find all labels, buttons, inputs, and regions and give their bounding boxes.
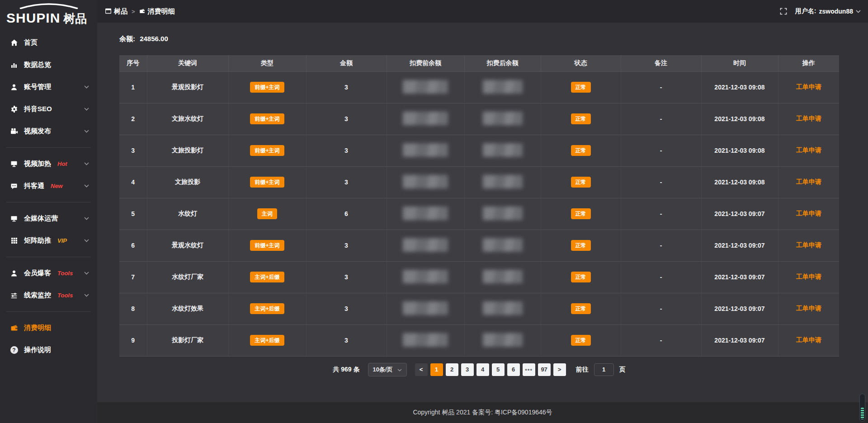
amount-cell: 3 [344,84,348,91]
chevron-down-icon [84,85,89,89]
page-button-2[interactable]: 2 [446,363,458,376]
keyword-cell: 水纹灯 [178,210,197,217]
sidebar-item-video-heating[interactable]: 视频加热 Hot [0,153,97,175]
table-row: 5 水纹灯 主词 6 正常 - 2021-12-03 09:07 工单申请 [119,198,839,230]
work-order-link[interactable]: 工单申请 [796,178,821,185]
page-button-5[interactable]: 5 [492,363,505,376]
sidebar-divider [6,147,91,148]
sliders-icon [10,291,18,300]
work-order-link[interactable]: 工单申请 [796,273,821,280]
balance-after-redacted [483,238,523,252]
sidebar-item-account-management[interactable]: 账号管理 [0,76,97,98]
sidebar-item-video-publish[interactable]: 视频发布 [0,120,97,142]
column-header-balance-after: 扣费后余额 [464,55,541,71]
wallet-icon [139,8,145,15]
sidebar-item-label: 矩阵助推 [24,236,51,245]
sidebar-item-matrix-boost[interactable]: 矩阵助推 VIP [0,230,97,252]
work-order-link[interactable]: 工单申请 [796,115,821,122]
hot-badge: Hot [57,160,67,167]
sidebar-item-label: 线索监控 [24,291,51,300]
breadcrumb-current[interactable]: 消费明细 [139,7,175,16]
balance-label: 余额: [119,35,135,42]
column-header-remark: 备注 [621,55,701,71]
balance-before-redacted [403,175,448,188]
content-area: 余额: 24856.00 序号 关键词 类型 金额 扣费前余额 扣费后余额 状态… [97,23,868,402]
chevron-down-icon [84,162,89,165]
goto-page-input[interactable] [594,363,614,376]
username-label: 用户名: [795,7,816,15]
balance-before-redacted [403,112,448,125]
keyword-cell: 景观投影灯 [172,83,203,90]
sidebar-item-member-baoke[interactable]: 会员爆客 Tools [0,262,97,284]
type-tag: 前缀+主词 [250,240,284,251]
floating-widget[interactable] [859,394,865,422]
type-tag: 前缀+主词 [250,113,284,124]
fullscreen-button[interactable] [780,8,787,15]
work-order-link[interactable]: 工单申请 [796,241,821,249]
work-order-link[interactable]: 工单申请 [796,146,821,154]
time-cell: 2021-12-03 09:07 [714,305,764,312]
total-count: 共 969 条 [333,366,359,374]
type-tag: 前缀+主词 [250,82,284,93]
status-badge: 正常 [571,177,591,188]
type-tag: 主词+后缀 [250,335,284,346]
tools-badge: Tools [57,270,73,277]
balance-value: 24856.00 [140,35,168,42]
page-button-97[interactable]: 97 [538,363,551,376]
sidebar-item-data-overview[interactable]: 数据总览 [0,54,97,76]
sidebar-item-douyin-seo[interactable]: 抖音SEO [0,98,97,120]
pages-ellipsis[interactable]: ••• [523,363,535,376]
sidebar-divider [6,202,91,202]
row-index: 7 [131,273,135,281]
member-icon [10,269,18,277]
sidebar-item-label: 账号管理 [24,83,51,91]
chevron-down-icon [84,184,89,188]
sidebar-item-operation-guide[interactable]: ? 操作说明 [0,339,97,361]
work-order-link[interactable]: 工单申请 [796,83,821,90]
page-size-select[interactable]: 10条/页 [368,363,407,376]
chat-bubble-icon [10,182,18,190]
sidebar-item-home[interactable]: 首页 [0,32,97,54]
column-header-amount: 金额 [306,55,387,71]
footer: Copyright 树品 2021 备案号: 粤ICP备09019646号 [97,402,868,423]
table-row: 1 景观投影灯 前缀+主词 3 正常 - 2021-12-03 09:08 工单… [119,71,839,103]
work-order-link[interactable]: 工单申请 [796,210,821,217]
remark-cell: - [660,242,662,249]
sidebar-item-omnimedia-operation[interactable]: 全媒体运营 [0,207,97,230]
page-button-6[interactable]: 6 [507,363,520,376]
sidebar-item-label: 抖客通 [24,182,44,190]
consumption-table: 序号 关键词 类型 金额 扣费前余额 扣费后余额 状态 备注 时间 操作 1 景… [119,55,839,357]
keyword-cell: 水纹灯效果 [172,305,203,312]
work-order-link[interactable]: 工单申请 [796,305,821,312]
question-icon: ? [10,346,18,354]
remark-cell: - [660,179,662,186]
user-menu[interactable]: 用户名: zswodun88 [795,7,861,15]
monitor-icon [10,215,18,223]
table-header-row: 序号 关键词 类型 金额 扣费前余额 扣费后余额 状态 备注 时间 操作 [119,55,839,71]
sidebar-item-lead-monitoring[interactable]: 线索监控 Tools [0,284,97,306]
prev-page-button[interactable]: < [415,363,428,376]
amount-cell: 6 [344,210,348,217]
chevron-down-icon [84,217,89,220]
next-page-button[interactable]: > [553,363,566,376]
status-badge: 正常 [571,272,591,282]
copyright-text: Copyright 树品 2021 备案号: 粤ICP备09019646号 [413,409,552,417]
status-badge: 正常 [571,208,591,219]
type-tag: 前缀+主词 [250,177,284,188]
work-order-link[interactable]: 工单申请 [796,336,821,343]
chevron-down-icon [397,366,402,373]
page-button-4[interactable]: 4 [476,363,489,376]
sidebar-item-consumption-details[interactable]: 消费明细 [0,317,97,339]
balance-before-redacted [403,270,448,283]
sidebar-item-label: 抖音SEO [24,105,52,113]
keyword-cell: 文旅水纹灯 [172,115,203,122]
column-header-keyword: 关键词 [147,55,228,71]
table-row: 3 文旅投影灯 前缀+主词 3 正常 - 2021-12-03 09:08 工单… [119,135,839,166]
page-button-1[interactable]: 1 [430,363,443,376]
username: zswodun88 [819,8,853,15]
sidebar-item-doukeron[interactable]: 抖客通 New [0,175,97,197]
time-cell: 2021-12-03 09:08 [714,179,764,186]
breadcrumb-root[interactable]: 树品 [105,7,127,16]
table-row: 4 文旅投影 前缀+主词 3 正常 - 2021-12-03 09:08 工单申… [119,166,839,198]
page-button-3[interactable]: 3 [461,363,474,376]
